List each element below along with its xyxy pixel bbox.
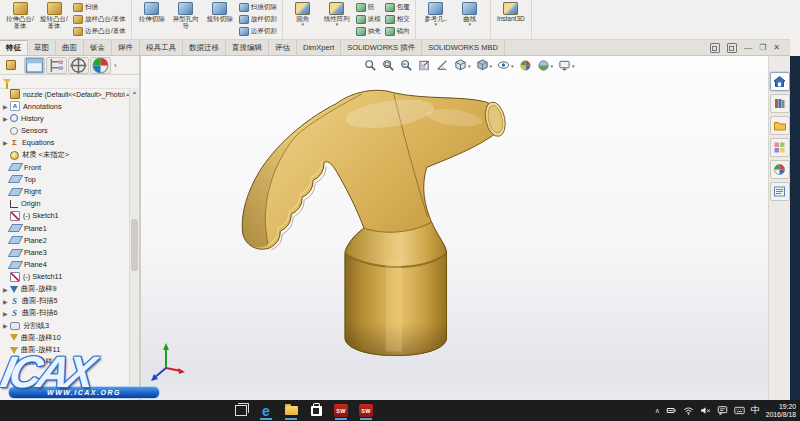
scroll-down-icon[interactable]: ▼ <box>132 393 137 399</box>
ribbon-large-button[interactable]: 曲线▾ <box>453 1 487 38</box>
feature-tree-item[interactable]: Plane2 <box>0 234 130 246</box>
expand-arrow-icon[interactable]: ▶ <box>3 310 10 317</box>
restore-button[interactable]: ❐ <box>759 44 766 52</box>
ribbon-small-button[interactable]: 扫描切除 <box>237 2 279 14</box>
hidden-icons-chevron[interactable]: ∧ <box>655 407 660 415</box>
edge-button[interactable]: e <box>258 402 274 420</box>
ribbon-small-button[interactable]: 放样切割 <box>237 14 279 26</box>
view-palette-button[interactable] <box>770 138 790 157</box>
ribbon-small-button[interactable]: 筋 <box>354 2 383 14</box>
tree-scrollbar[interactable]: ▲ ▼ <box>129 88 139 400</box>
expand-arrow-icon[interactable]: ▶ <box>3 298 10 305</box>
ribbon-large-button[interactable]: 线性阵列▾ <box>320 1 354 38</box>
dropdown-caret-icon[interactable]: ▾ <box>469 22 472 26</box>
volume-muted-icon[interactable] <box>700 405 711 416</box>
power-icon[interactable] <box>666 405 677 416</box>
ribbon-large-button[interactable]: 拉伸切除 <box>135 1 169 38</box>
design-library-button[interactable] <box>770 94 790 113</box>
dimxpert-manager-tab[interactable] <box>68 57 89 74</box>
tree-filter-row[interactable] <box>0 75 139 89</box>
taskbar-clock[interactable]: 19:20 2016/8/18 <box>766 403 796 419</box>
configuration-manager-tab[interactable] <box>46 57 67 74</box>
ribbon-large-button[interactable]: Instant3D <box>494 1 528 38</box>
close-button[interactable]: ✕ <box>773 44 780 52</box>
tab-数据迁移[interactable]: 数据迁移 <box>183 40 226 55</box>
property-manager-tab[interactable] <box>24 57 45 74</box>
ribbon-small-button[interactable]: 边界凸台/基体 <box>71 25 128 37</box>
feature-tree-item[interactable]: Plane4 <box>0 259 130 271</box>
ribbon-small-button[interactable]: 抽壳 <box>354 25 383 37</box>
document-icon-2[interactable] <box>727 43 737 53</box>
appearances-scenes-button[interactable] <box>770 160 790 179</box>
expand-arrow-icon[interactable]: ▶ <box>3 103 10 110</box>
feature-tree-item[interactable]: ▶分割线3 <box>0 320 130 332</box>
feature-tree-item[interactable]: Plane3 <box>0 246 130 258</box>
tab-评估[interactable]: 评估 <box>269 40 297 55</box>
expand-arrow-icon[interactable]: ▶ <box>3 115 10 122</box>
panel-tabs-overflow[interactable]: › <box>114 61 117 70</box>
feature-tree-item[interactable]: Sensors <box>0 125 130 137</box>
ribbon-small-button[interactable]: 镜向 <box>383 25 412 37</box>
ribbon-small-button[interactable]: 放样凸台/基体 <box>71 14 128 26</box>
ime-indicator[interactable]: 中 <box>751 404 760 417</box>
scroll-up-icon[interactable]: ▲ <box>132 89 137 95</box>
tab-焊件[interactable]: 焊件 <box>112 40 140 55</box>
solidworks-button[interactable]: SW <box>333 402 349 420</box>
feature-tree-item[interactable]: ▶S曲面-扫描6 <box>0 307 130 319</box>
touch-keyboard-icon[interactable] <box>734 405 745 416</box>
feature-tree-item[interactable]: 材质 <未指定> <box>0 149 130 161</box>
ribbon-large-button[interactable]: 参考几..▾ <box>419 1 453 38</box>
ribbon-small-button[interactable]: 边界切割 <box>237 25 279 37</box>
solidworks-button-2[interactable]: SW <box>358 402 374 420</box>
scrollbar-thumb[interactable] <box>131 219 138 271</box>
feature-tree-item[interactable]: nozzle (Default<<Default>_Photo\▲ <box>0 88 130 100</box>
feature-tree-item[interactable]: ▶S曲面-扫描5 <box>0 295 130 307</box>
expand-arrow-icon[interactable]: ▶ <box>3 139 10 146</box>
tab-SOLIDWORKS 插件[interactable]: SOLIDWORKS 插件 <box>341 40 422 55</box>
feature-tree-item[interactable]: Front <box>0 161 130 173</box>
tab-SOLIDWORKS MBD[interactable]: SOLIDWORKS MBD <box>422 40 505 55</box>
tab-直接编辑[interactable]: 直接编辑 <box>226 40 269 55</box>
feature-tree-item[interactable]: (-) Sketch1 <box>0 210 130 222</box>
expand-arrow-icon[interactable]: ▶ <box>3 286 10 293</box>
feature-tree-item[interactable]: Plane1 <box>0 222 130 234</box>
feature-tree-item[interactable]: (-) Sketch11 <box>0 271 130 283</box>
feature-tree-item[interactable]: 曲面-放样10 <box>0 332 130 344</box>
store-button[interactable] <box>308 402 324 420</box>
feature-tree-item[interactable]: ▶AAnnotations <box>0 100 130 112</box>
tab-草图[interactable]: 草图 <box>28 40 56 55</box>
ribbon-small-button[interactable]: 相交 <box>383 14 412 26</box>
ribbon-small-button[interactable]: 拔模 <box>354 14 383 26</box>
feature-tree-item[interactable]: ▶ΣEquations <box>0 137 130 149</box>
solidworks-resources-button[interactable] <box>770 72 790 91</box>
task-view-button[interactable] <box>233 402 249 420</box>
feature-tree-item[interactable]: 曲面-放样11 <box>0 344 130 356</box>
ribbon-large-button[interactable]: 拉伸凸台/基体 <box>3 1 37 38</box>
minimize-button[interactable]: — <box>744 44 752 52</box>
custom-properties-button[interactable] <box>770 182 790 201</box>
message-icon[interactable] <box>717 405 728 416</box>
wifi-icon[interactable] <box>683 405 694 416</box>
file-explorer-button[interactable] <box>770 116 790 135</box>
tab-DimXpert[interactable]: DimXpert <box>297 40 341 55</box>
feature-tree-item[interactable]: 曲面-放样12 <box>0 356 130 368</box>
tab-模具工具[interactable]: 模具工具 <box>140 40 183 55</box>
expand-arrow-icon[interactable]: ▶ <box>3 322 10 329</box>
ribbon-large-button[interactable]: 旋转切除 <box>203 1 237 38</box>
document-icon[interactable] <box>710 43 720 53</box>
graphics-area[interactable]: ▾▾▾▾▾ <box>141 56 768 400</box>
tab-钣金[interactable]: 钣金 <box>84 40 112 55</box>
feature-tree-item[interactable]: Right <box>0 186 130 198</box>
ribbon-large-button[interactable]: 旋转凸台/基体 <box>37 1 71 38</box>
feature-manager-tab[interactable] <box>2 57 23 74</box>
ribbon-small-button[interactable]: 扫描 <box>71 2 128 14</box>
file-explorer-button[interactable] <box>283 402 299 420</box>
ribbon-small-button[interactable]: 包覆 <box>383 2 412 14</box>
feature-tree-item[interactable]: Origin <box>0 198 130 210</box>
dropdown-caret-icon[interactable]: ▾ <box>435 22 438 26</box>
feature-tree-item[interactable]: ▶History <box>0 112 130 124</box>
dropdown-caret-icon[interactable]: ▾ <box>336 22 339 26</box>
tab-曲面[interactable]: 曲面 <box>56 40 84 55</box>
display-manager-tab[interactable] <box>90 57 111 74</box>
feature-tree-item[interactable]: Top <box>0 173 130 185</box>
